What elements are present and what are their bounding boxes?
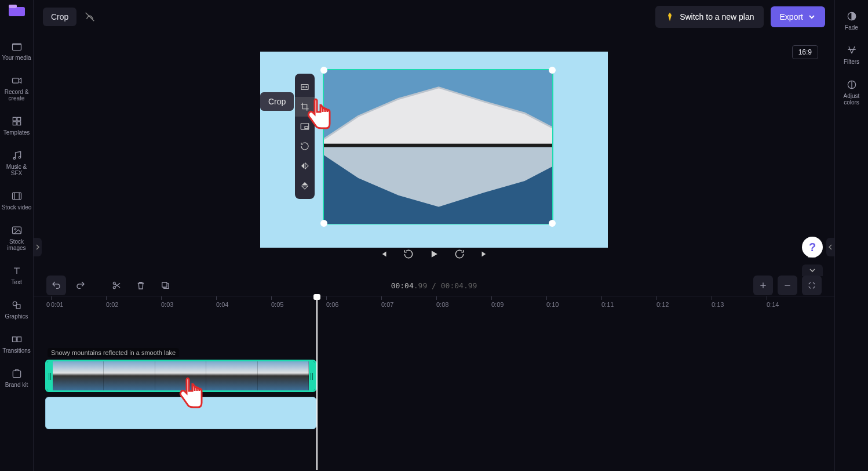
sidebar-item-label: Templates bbox=[3, 129, 30, 136]
svg-point-27 bbox=[113, 287, 115, 289]
ruler-mark: 0:06 bbox=[326, 296, 381, 312]
sidebar-item-transitions[interactable]: Transitions bbox=[0, 328, 33, 360]
sidebar-item-graphics[interactable]: Graphics bbox=[0, 294, 33, 325]
resize-handle-tr[interactable] bbox=[549, 67, 556, 74]
fit-tool[interactable] bbox=[295, 77, 315, 97]
preview-canvas[interactable]: Crop bbox=[260, 52, 608, 248]
resize-handle-br[interactable] bbox=[549, 220, 556, 227]
ruler-mark: 0:11 bbox=[601, 296, 657, 312]
duplicate-button[interactable] bbox=[155, 276, 175, 295]
sidebar-item-fade[interactable]: Fade bbox=[835, 5, 868, 37]
sidebar-item-adjust-colors[interactable]: Adjust colors bbox=[835, 73, 868, 111]
redo-button[interactable] bbox=[71, 276, 90, 295]
timecode-display: 00:04.99 / 00:04.99 bbox=[391, 281, 477, 290]
svg-point-9 bbox=[19, 157, 20, 158]
current-time-frac: .99 bbox=[414, 281, 427, 290]
app-logo[interactable] bbox=[9, 5, 25, 19]
rotate-tool[interactable] bbox=[295, 136, 315, 156]
crop-tool[interactable] bbox=[295, 97, 315, 117]
sidebar-item-label: Text bbox=[11, 279, 21, 285]
svg-rect-28 bbox=[162, 282, 167, 287]
sidebar-item-label: Stock video bbox=[2, 204, 32, 211]
timeline-ruler[interactable]: 0 0:01 0:02 0:03 0:04 0:05 0:06 0:07 0:0… bbox=[34, 296, 834, 312]
switch-plan-button[interactable]: Switch to a new plan bbox=[655, 6, 763, 28]
video-clip[interactable]: || || bbox=[45, 360, 316, 392]
flip-vertical-tool[interactable] bbox=[295, 176, 315, 195]
svg-rect-16 bbox=[17, 337, 21, 342]
background-clip[interactable] bbox=[45, 397, 316, 429]
clip-thumbnail bbox=[104, 361, 155, 390]
export-button[interactable]: Export bbox=[771, 6, 825, 27]
current-time: 00:04 bbox=[391, 281, 414, 290]
clip-trim-left[interactable]: || bbox=[47, 361, 53, 390]
ruler-mark: 0:12 bbox=[657, 296, 712, 312]
sidebar-item-label: Your media bbox=[2, 55, 31, 61]
sidebar-item-label: Music & SFX bbox=[1, 164, 32, 176]
sidebar-item-label: Filters bbox=[844, 59, 859, 65]
svg-rect-0 bbox=[9, 7, 25, 16]
playhead[interactable] bbox=[316, 296, 318, 470]
total-time: 00:04 bbox=[441, 281, 464, 290]
media-selection-frame[interactable] bbox=[323, 69, 553, 224]
svg-rect-5 bbox=[17, 117, 20, 121]
sidebar-item-label: Graphics bbox=[5, 313, 28, 320]
ruler-mark: 0 bbox=[46, 296, 51, 312]
split-button[interactable] bbox=[107, 276, 126, 295]
ruler-mark: 0:09 bbox=[491, 296, 546, 312]
resize-handle-tl[interactable] bbox=[320, 67, 327, 74]
canvas-area: 16:9 Crop bbox=[34, 34, 834, 266]
delete-button[interactable] bbox=[131, 276, 151, 295]
preview-image bbox=[324, 70, 552, 224]
ruler-mark: 0:14 bbox=[767, 296, 822, 312]
sidebar-item-stock-video[interactable]: Stock video bbox=[0, 184, 33, 216]
ruler-mark: 0:01 bbox=[51, 296, 106, 312]
sidebar-item-filters[interactable]: Filters bbox=[835, 39, 868, 71]
ruler-mark: 0:04 bbox=[216, 296, 271, 312]
left-sidebar: Your media Record & create Templates Mus… bbox=[0, 0, 34, 471]
sidebar-item-music-sfx[interactable]: Music & SFX bbox=[0, 144, 33, 182]
flip-horizontal-tool[interactable] bbox=[295, 156, 315, 176]
sidebar-item-record-create[interactable]: Record & create bbox=[0, 69, 33, 107]
switch-plan-label: Switch to a new plan bbox=[680, 12, 754, 21]
undo-button[interactable] bbox=[46, 276, 66, 295]
ruler-mark: 0:13 bbox=[712, 296, 767, 312]
forward-button[interactable] bbox=[454, 248, 465, 260]
sidebar-item-label: Fade bbox=[845, 24, 858, 31]
aspect-ratio-button[interactable]: 16:9 bbox=[792, 45, 818, 59]
rewind-button[interactable] bbox=[403, 248, 414, 260]
svg-rect-6 bbox=[13, 122, 16, 125]
play-button[interactable] bbox=[428, 248, 440, 260]
clip-label: Snowy mountains reflected in a smooth la… bbox=[48, 348, 179, 357]
clip-trim-right[interactable]: || bbox=[309, 361, 315, 390]
sidebar-item-brand-kit[interactable]: Brand kit bbox=[0, 362, 33, 394]
svg-rect-15 bbox=[12, 337, 16, 342]
ruler-mark: 0:03 bbox=[161, 296, 216, 312]
svg-rect-14 bbox=[16, 305, 20, 309]
zoom-in-button[interactable] bbox=[753, 276, 773, 295]
svg-rect-11 bbox=[12, 227, 21, 234]
top-bar: Crop Switch to a new plan Export bbox=[34, 0, 834, 34]
ruler-mark: 0:08 bbox=[436, 296, 491, 312]
resize-handle-bl[interactable] bbox=[320, 220, 327, 227]
crop-mode-button[interactable]: Crop bbox=[43, 8, 76, 26]
visibility-off-icon[interactable] bbox=[83, 10, 96, 23]
clip-thumbnail bbox=[206, 361, 257, 390]
zoom-out-button[interactable] bbox=[778, 276, 797, 295]
sidebar-item-stock-images[interactable]: Stock images bbox=[0, 219, 33, 257]
skip-start-button[interactable] bbox=[378, 249, 389, 259]
pip-tool[interactable] bbox=[295, 117, 315, 136]
svg-rect-17 bbox=[13, 371, 20, 378]
svg-rect-1 bbox=[9, 5, 17, 8]
total-time-frac: .99 bbox=[464, 281, 477, 290]
svg-rect-3 bbox=[12, 78, 19, 83]
sidebar-item-text[interactable]: Text bbox=[0, 259, 33, 291]
clip-thumbnail bbox=[53, 361, 104, 390]
ruler-mark: 0:10 bbox=[546, 296, 601, 312]
crop-tooltip: Crop bbox=[260, 92, 294, 111]
svg-point-26 bbox=[113, 282, 115, 284]
sidebar-item-templates[interactable]: Templates bbox=[0, 110, 33, 142]
zoom-fit-button[interactable] bbox=[802, 276, 822, 295]
skip-end-button[interactable] bbox=[479, 249, 490, 259]
help-button[interactable]: ? bbox=[802, 237, 823, 258]
sidebar-item-your-media[interactable]: Your media bbox=[0, 35, 33, 67]
